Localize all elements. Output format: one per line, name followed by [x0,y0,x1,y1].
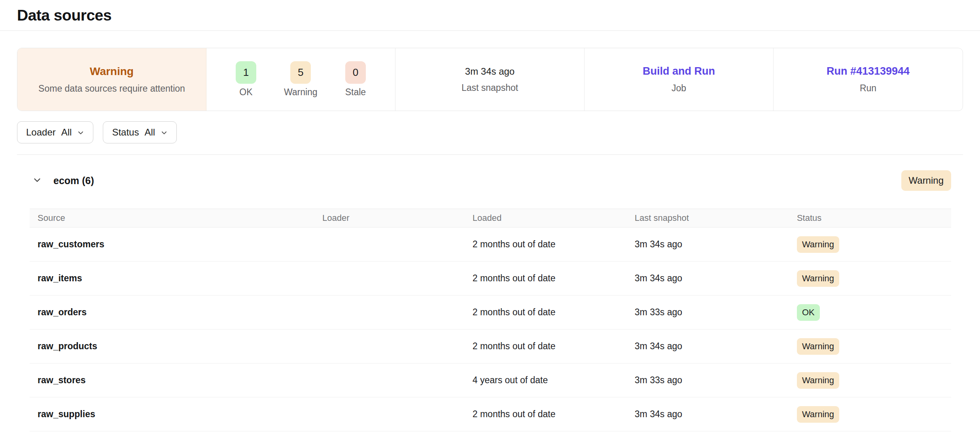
last-snapshot-card: 3m 34s ago Last snapshot [395,48,585,111]
status-cell: Warning [789,372,951,389]
status-cell: Warning [789,270,951,287]
status-filter-label: Status [112,127,139,138]
status-count-label: Stale [345,87,366,98]
loader-filter-label: Loader [26,127,56,138]
loaded-cell: 2 months out of date [465,341,627,352]
status-count-item: 0 Stale [345,61,366,98]
status-count-item: 1 OK [236,61,256,98]
last-snapshot-label: Last snapshot [462,83,518,93]
table-row: raw_supplies 2 months out of date 3m 34s… [30,397,951,431]
status-counts-card: 1 OK 5 Warning 0 Stale [206,48,395,111]
table-row: raw_customers 2 months out of date 3m 34… [30,228,951,262]
status-badge: OK [797,304,820,321]
group-name: ecom (6) [53,175,94,186]
status-badge: Warning [797,236,839,253]
column-header-last-snapshot: Last snapshot [627,213,789,223]
column-header-source: Source [30,213,314,223]
status-cell: OK [789,304,951,321]
status-count-label: Warning [284,87,318,98]
source-name-cell: raw_items [30,273,314,284]
last-snapshot-cell: 3m 34s ago [627,409,789,420]
main-content: Warning Some data sources require attent… [0,48,980,431]
table-body: raw_customers 2 months out of date 3m 34… [30,228,951,431]
status-badge: Warning [797,406,839,423]
status-count-label: OK [239,87,252,98]
status-cell: Warning [789,338,951,355]
chevron-down-icon [77,129,84,136]
last-snapshot-value: 3m 34s ago [465,66,515,77]
table-row: raw_products 2 months out of date 3m 34s… [30,329,951,363]
status-count-badge: 5 [290,61,311,84]
loaded-cell: 2 months out of date [465,409,627,420]
run-label: Run [860,83,876,94]
run-link[interactable]: Run #413139944 [827,65,910,77]
filters-divider [17,154,963,155]
overall-status-title: Warning [90,65,134,78]
summary-bar: Warning Some data sources require attent… [17,48,963,111]
overall-status-card: Warning Some data sources require attent… [17,48,206,111]
source-name-cell: raw_customers [30,239,314,250]
job-label: Job [672,83,686,94]
loaded-cell: 2 months out of date [465,273,627,284]
loaded-cell: 2 months out of date [465,239,627,250]
table-row: raw_stores 4 years out of date 3m 33s ag… [30,363,951,397]
column-header-loaded: Loaded [465,213,627,223]
status-badge: Warning [797,338,839,355]
group-status-badge: Warning [901,170,951,191]
source-name-cell: raw_products [30,341,314,352]
last-snapshot-cell: 3m 34s ago [627,341,789,352]
filter-bar: Loader All Status All [17,121,963,143]
last-snapshot-cell: 3m 34s ago [627,273,789,284]
chevron-down-icon [32,175,42,186]
job-card: Build and Run Job [585,48,774,111]
status-cell: Warning [789,236,951,253]
status-count-item: 5 Warning [284,61,318,98]
job-link[interactable]: Build and Run [643,65,715,77]
overall-status-subtitle: Some data sources require attention [38,83,185,94]
run-card: Run #413139944 Run [774,48,963,111]
last-snapshot-cell: 3m 33s ago [627,375,789,386]
source-name-cell: raw_stores [30,375,314,386]
last-snapshot-cell: 3m 34s ago [627,239,789,250]
status-filter-dropdown[interactable]: Status All [103,121,177,143]
status-counts: 1 OK 5 Warning 0 Stale [236,61,366,98]
chevron-down-icon [161,129,168,136]
table-row: raw_items 2 months out of date 3m 34s ag… [30,262,951,296]
table-row: raw_orders 2 months out of date 3m 33s a… [30,296,951,329]
status-count-badge: 0 [345,61,366,84]
group-collapse-button[interactable] [30,173,45,189]
status-badge: Warning [797,372,839,389]
status-filter-value: All [144,127,155,138]
loader-filter-value: All [61,127,72,138]
source-name-cell: raw_supplies [30,409,314,420]
status-cell: Warning [789,406,951,423]
source-name-cell: raw_orders [30,307,314,318]
status-count-badge: 1 [236,61,256,84]
data-sources-table: Source Loader Loaded Last snapshot Statu… [30,209,951,431]
column-header-status: Status [789,213,951,223]
status-badge: Warning [797,270,839,287]
page-header: Data sources [0,0,980,31]
column-header-loader: Loader [314,213,465,223]
last-snapshot-cell: 3m 33s ago [627,307,789,318]
group-header-ecom[interactable]: ecom (6) Warning [30,169,951,192]
loaded-cell: 2 months out of date [465,307,627,318]
loaded-cell: 4 years out of date [465,375,627,386]
loader-filter-dropdown[interactable]: Loader All [17,121,93,143]
table-header-row: Source Loader Loaded Last snapshot Statu… [30,209,951,228]
page-title: Data sources [17,7,963,24]
